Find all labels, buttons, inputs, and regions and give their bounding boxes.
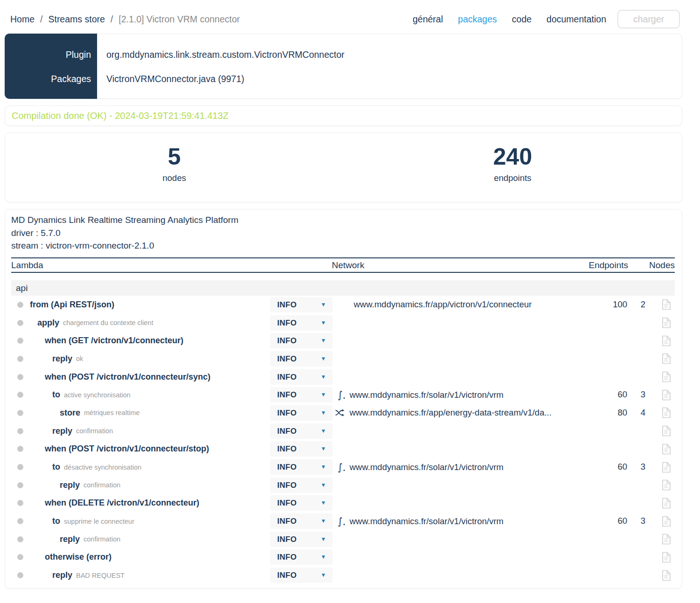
chevron-down-icon: ▼ — [321, 297, 326, 312]
document-icon[interactable] — [662, 425, 672, 437]
network-cell: www.mddynamics.fr/app/energy-data-stream… — [335, 404, 552, 422]
lambda-cell: reply BAD REQUEST — [11, 566, 264, 584]
nodes-value: 4 — [635, 404, 651, 422]
chevron-down-icon: ▼ — [321, 495, 326, 511]
table-row: to désactive synchronisation INFO ▼ ∫ ww… — [11, 458, 675, 476]
chevron-down-icon: ▼ — [321, 532, 326, 547]
log-level-select[interactable]: INFO ▼ — [270, 423, 333, 439]
log-level-value: INFO — [277, 405, 297, 421]
chevron-down-icon: ▼ — [321, 423, 326, 439]
function-icon: ∫ — [335, 389, 345, 401]
log-level-select[interactable]: INFO ▼ — [270, 297, 333, 312]
log-level-select[interactable]: INFO ▼ — [270, 333, 333, 348]
tab-code[interactable]: code — [512, 14, 532, 25]
table-row: reply confirmation INFO ▼ — [11, 476, 675, 494]
lambda-annotation: désactive synchronisation — [64, 464, 141, 471]
lambda-annotation: supprime le connecteur — [64, 518, 134, 525]
lambda-keyword: reply — [52, 354, 72, 364]
log-level-select[interactable]: INFO ▼ — [270, 387, 333, 402]
lambda-annotation: confirmation — [84, 481, 120, 489]
lambda-cell: apply chargement du contexte client — [11, 314, 264, 332]
log-level-select[interactable]: INFO ▼ — [270, 315, 333, 331]
log-level-select[interactable]: INFO ▼ — [270, 495, 333, 511]
document-icon[interactable] — [662, 407, 672, 418]
lambda-annotation: ok — [76, 355, 83, 362]
breadcrumb-separator: / — [111, 14, 113, 25]
tab-packages[interactable]: packages — [458, 14, 497, 25]
document-icon[interactable] — [662, 389, 672, 401]
chevron-down-icon: ▼ — [321, 405, 326, 421]
table-row: reply confirmation INFO ▼ — [11, 530, 675, 548]
log-level-select[interactable]: INFO ▼ — [270, 478, 333, 493]
nodes-value: 3 — [635, 386, 651, 404]
document-icon[interactable] — [662, 516, 672, 527]
document-icon[interactable] — [662, 317, 672, 328]
lambda-keyword: when (GET /victron/v1/connecteur) — [45, 336, 183, 346]
tab-documentation[interactable]: documentation — [546, 14, 606, 25]
table-row: when (GET /victron/v1/connecteur) INFO ▼ — [11, 332, 675, 350]
log-level-select[interactable]: INFO ▼ — [270, 513, 333, 529]
tab-general[interactable]: général — [413, 14, 443, 25]
table-header: Lambda Network Endpoints Nodes — [11, 257, 675, 273]
charger-button[interactable]: charger — [617, 10, 680, 28]
document-icon[interactable] — [662, 479, 672, 491]
lambda-annotation: active synchronisation — [64, 391, 131, 399]
log-level-select[interactable]: INFO ▼ — [270, 351, 333, 367]
lambda-keyword: store — [60, 408, 80, 418]
table-row: store métriques realtime INFO ▼ www.mddy… — [11, 404, 675, 422]
table-row: apply chargement du contexte client INFO… — [11, 314, 675, 332]
log-level-select[interactable]: INFO ▼ — [270, 568, 333, 583]
document-icon[interactable] — [662, 353, 672, 364]
header-endpoints: Endpoints — [588, 258, 628, 272]
endpoints-value: 60 — [585, 512, 627, 530]
table-rows: from (Api REST/json) INFO ▼ www.mddynami… — [11, 296, 675, 584]
document-icon[interactable] — [662, 552, 672, 563]
top-nav: général packages code documentation char… — [413, 10, 680, 28]
plugin-label: Plugin — [5, 49, 91, 60]
lambda-cell: reply confirmation — [11, 476, 264, 494]
network-cell: ∫ www.mddynamics.fr/solar/v1/victron/vrm — [335, 458, 504, 476]
lambda-keyword: to — [52, 462, 60, 472]
stats-panel: 5 nodes 240 endpoints — [5, 132, 682, 202]
document-icon[interactable] — [662, 534, 672, 545]
document-icon[interactable] — [662, 498, 672, 509]
table-row: otherwise (error) INFO ▼ — [11, 548, 675, 567]
breadcrumb-home[interactable]: Home — [10, 14, 35, 25]
packages-value: VictronVRMConnector.java (9971) — [106, 74, 245, 84]
table-row: reply BAD REQUEST INFO ▼ — [11, 566, 675, 584]
document-icon[interactable] — [662, 444, 672, 455]
table-row: when (POST /victron/v1/connecteur/stop) … — [11, 440, 675, 458]
log-level-select[interactable]: INFO ▼ — [270, 459, 333, 475]
log-level-select[interactable]: INFO ▼ — [270, 369, 333, 385]
log-level-value: INFO — [277, 387, 297, 402]
log-level-select[interactable]: INFO ▼ — [270, 549, 333, 565]
document-icon[interactable] — [662, 462, 672, 473]
table-row: reply confirmation INFO ▼ — [11, 422, 675, 440]
lambda-annotation: confirmation — [76, 427, 113, 435]
log-level-select[interactable]: INFO ▼ — [270, 532, 333, 547]
chevron-down-icon: ▼ — [321, 441, 326, 457]
endpoints-count-label: endpoints — [343, 173, 682, 183]
document-icon[interactable] — [662, 371, 672, 382]
table-row: reply ok INFO ▼ — [11, 350, 675, 368]
function-icon: ∫ — [335, 462, 345, 473]
document-icon[interactable] — [662, 570, 672, 581]
document-icon[interactable] — [662, 299, 672, 310]
log-level-select[interactable]: INFO ▼ — [270, 405, 333, 421]
log-level-select[interactable]: INFO ▼ — [270, 441, 333, 457]
document-icon[interactable] — [662, 335, 672, 347]
log-level-value: INFO — [277, 532, 297, 547]
lambda-keyword: when (POST /victron/v1/connecteur/sync) — [45, 372, 210, 382]
chevron-down-icon: ▼ — [321, 369, 326, 385]
network-cell: www.mddynamics.fr/app/victron/v1/connect… — [335, 296, 532, 314]
group-row-api: api — [11, 280, 675, 296]
lambda-keyword: reply — [60, 534, 80, 544]
compilation-status-panel: Compilation done (OK) - 2024-03-19T21:59… — [5, 105, 682, 126]
breadcrumb-separator: / — [40, 14, 42, 25]
chevron-down-icon: ▼ — [321, 478, 326, 493]
log-level-value: INFO — [277, 513, 297, 529]
breadcrumb-streams-store[interactable]: Streams store — [48, 14, 105, 25]
lambda-keyword: to — [52, 516, 60, 526]
platform-title: MD Dynamics Link Realtime Streaming Anal… — [11, 214, 238, 227]
lambda-cell: reply ok — [11, 350, 264, 368]
